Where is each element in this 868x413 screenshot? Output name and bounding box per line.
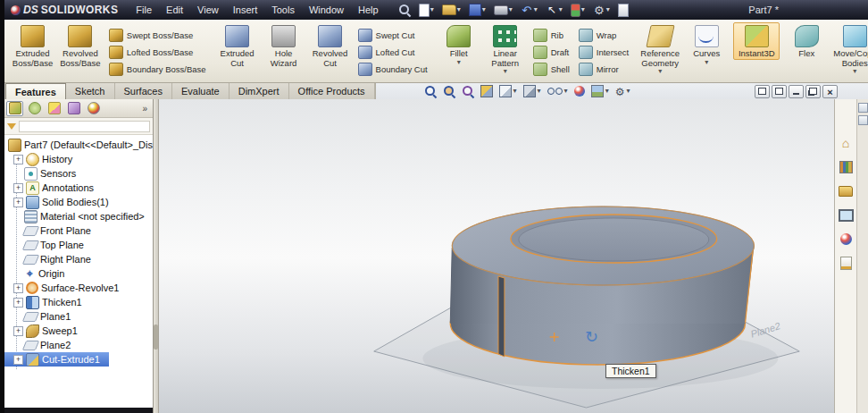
curves-button[interactable]: Curves▾ [683, 22, 730, 67]
tab-strip-overflow[interactable]: » [142, 104, 151, 114]
revolved-cut-button[interactable]: Revolved Cut [307, 22, 354, 69]
select-button[interactable]: ▾ [544, 3, 564, 17]
wrap-button[interactable]: Wrap [577, 28, 630, 43]
mirror-button[interactable]: Mirror [577, 62, 630, 77]
undo-button[interactable]: ▾ [519, 3, 539, 17]
tab-office-products[interactable]: Office Products [289, 83, 375, 99]
zoom-to-area-button[interactable] [443, 85, 455, 97]
dimxpertmanager-tab[interactable] [65, 101, 82, 116]
linear-pattern-button[interactable]: Linear Pattern▾ [482, 22, 529, 76]
tree-item-right-plane[interactable]: Right Plane [4, 252, 153, 266]
window-restore-button[interactable] [805, 85, 821, 98]
revolved-boss-base-button[interactable]: Revolved Boss/Base [56, 22, 104, 69]
view-palette-button[interactable] [837, 207, 855, 223]
hole-wizard-button[interactable]: Hole Wizard [261, 22, 307, 69]
print-button[interactable]: ▾ [492, 4, 514, 16]
file-properties-button[interactable] [616, 3, 630, 18]
tree-item-plane1[interactable]: Plane1 [4, 309, 153, 324]
display-style-button[interactable]: ▾ [523, 85, 541, 97]
window-close-button[interactable] [822, 85, 838, 98]
expander-icon[interactable]: + [13, 155, 23, 164]
menu-tools[interactable]: Tools [264, 2, 302, 18]
custom-properties-button[interactable] [837, 256, 855, 271]
rebuild-button[interactable]: ▾ [569, 3, 587, 18]
tree-item-history[interactable]: +History [4, 152, 153, 166]
swept-cut-button[interactable]: Swept Cut [356, 28, 430, 43]
edit-appearance-button[interactable] [574, 86, 585, 97]
tree-item-thicken1[interactable]: +Thicken1 [4, 295, 153, 309]
view-settings-button[interactable]: ▾ [615, 83, 630, 99]
rib-button[interactable]: Rib [531, 28, 572, 43]
reference-geometry-button[interactable]: Reference Geometry▾ [637, 22, 683, 76]
expander-icon[interactable]: + [13, 326, 23, 336]
draft-button[interactable]: Draft [531, 45, 572, 60]
file-explorer-button[interactable] [837, 183, 855, 198]
window-minimize-button[interactable] [789, 85, 804, 98]
expander-icon[interactable]: + [13, 183, 23, 193]
expander-icon[interactable]: + [13, 298, 23, 308]
menu-insert[interactable]: Insert [226, 2, 265, 18]
zoom-to-fit-button[interactable] [424, 85, 437, 97]
menu-help[interactable]: Help [351, 2, 386, 18]
menu-view[interactable]: View [190, 2, 226, 18]
options-button[interactable]: ▾ [591, 3, 612, 17]
solidworks-resources-button[interactable] [837, 135, 855, 150]
tree-filter-input[interactable] [19, 121, 150, 132]
boundary-boss-base-button[interactable]: Boundary Boss/Base [107, 62, 208, 77]
tree-item-cut-extrude1[interactable]: +Cut-Extrude1 [4, 352, 109, 367]
split-pane-vertical-icon[interactable] [858, 115, 868, 125]
tab-surfaces[interactable]: Surfaces [115, 83, 172, 99]
tab-features[interactable]: Features [5, 83, 66, 99]
design-library-button[interactable] [837, 159, 855, 174]
tree-item-material-not-specified[interactable]: Material <not specified> [4, 209, 153, 223]
menu-edit[interactable]: Edit [159, 2, 190, 18]
view-orientation-button[interactable]: ▾ [499, 85, 517, 97]
instant3d-button[interactable]: Instant3D [733, 22, 780, 60]
graphics-viewport[interactable]: ↻ Thicken1 Plane2 [159, 99, 834, 413]
featuremanager-tree-tab[interactable] [6, 101, 23, 116]
apply-scene-button[interactable]: ▾ [591, 85, 609, 97]
menu-file[interactable]: File [129, 2, 159, 18]
tree-item-part7-root[interactable]: Part7 (Default<<Default>_Disp [4, 138, 153, 152]
tree-item-surface-revolve1[interactable]: +Surface-Revolve1 [4, 281, 153, 295]
tree-item-top-plane[interactable]: Top Plane [4, 238, 153, 252]
extruded-boss-base-button[interactable]: Extruded Boss/Base [9, 22, 56, 69]
new-document-button[interactable]: ▾ [417, 3, 436, 18]
window-new-button[interactable] [755, 85, 770, 98]
window-cascade-button[interactable] [772, 85, 787, 98]
menu-window[interactable]: Window [302, 2, 351, 18]
propertymanager-tab[interactable] [26, 101, 43, 116]
tree-item-sweep1[interactable]: +Sweep1 [4, 324, 153, 338]
tree-item-plane2[interactable]: Plane2 [4, 338, 153, 352]
tree-item-origin[interactable]: Origin [4, 266, 153, 281]
displaymanager-tab[interactable] [85, 101, 102, 116]
cut-extrude-slot[interactable] [498, 276, 505, 357]
tab-evaluate[interactable]: Evaluate [172, 83, 230, 99]
appearances-scenes-button[interactable] [837, 232, 855, 247]
expander-icon[interactable]: + [13, 198, 23, 207]
configurationmanager-tab[interactable] [46, 101, 63, 116]
tab-dimxpert[interactable]: DimXpert [230, 83, 289, 99]
expander-icon[interactable]: + [13, 355, 23, 365]
tree-item-sensors[interactable]: Sensors [4, 166, 153, 181]
fillet-button[interactable]: Fillet▾ [436, 22, 482, 67]
filter-funnel-icon[interactable] [7, 123, 16, 130]
previous-view-button[interactable] [462, 85, 474, 97]
lofted-cut-button[interactable]: Lofted Cut [356, 45, 430, 60]
tree-item-annotations[interactable]: +Annotations [4, 181, 153, 195]
lofted-boss-base-button[interactable]: Lofted Boss/Base [107, 45, 208, 60]
tab-sketch[interactable]: Sketch [66, 83, 115, 99]
move-copy-bodies-button[interactable]: Move/Copy Bodies▾ [830, 22, 868, 76]
swept-boss-base-button[interactable]: Swept Boss/Base [107, 28, 208, 43]
flex-button[interactable]: Flex [783, 22, 830, 60]
tree-item-front-plane[interactable]: Front Plane [4, 223, 153, 238]
section-view-button[interactable] [480, 85, 493, 97]
model-3d-view[interactable]: ↻ [159, 99, 834, 413]
save-button[interactable]: ▾ [467, 3, 488, 17]
model-recess-face[interactable] [519, 218, 709, 261]
split-pane-horizontal-icon[interactable] [858, 103, 868, 113]
extruded-cut-button[interactable]: Extruded Cut [214, 22, 261, 69]
shell-button[interactable]: Shell [531, 62, 572, 77]
tree-item-solid-bodies-1[interactable]: +Solid Bodies(1) [4, 195, 153, 209]
expander-icon[interactable]: + [13, 283, 23, 293]
